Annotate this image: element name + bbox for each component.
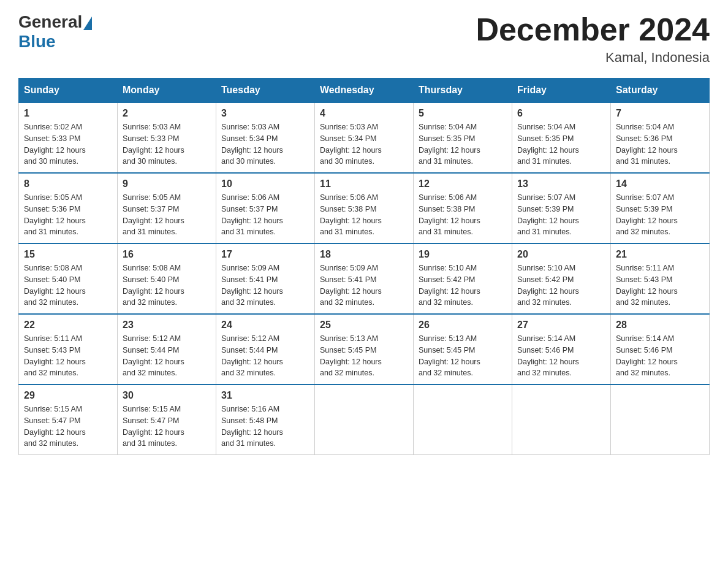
calendar-cell: 11 Sunrise: 5:06 AMSunset: 5:38 PMDaylig… — [315, 173, 414, 243]
day-number: 9 — [123, 178, 211, 190]
day-number: 24 — [221, 320, 309, 331]
day-number: 14 — [616, 178, 704, 190]
day-info: Sunrise: 5:03 AMSunset: 5:34 PMDaylight:… — [221, 121, 309, 167]
day-number: 27 — [517, 320, 605, 331]
day-info: Sunrise: 5:06 AMSunset: 5:38 PMDaylight:… — [419, 192, 507, 238]
day-info: Sunrise: 5:14 AMSunset: 5:46 PMDaylight:… — [616, 333, 704, 379]
calendar-cell — [414, 385, 512, 455]
day-number: 15 — [24, 249, 112, 260]
day-number: 3 — [221, 108, 309, 119]
day-info: Sunrise: 5:04 AMSunset: 5:36 PMDaylight:… — [616, 121, 704, 167]
day-number: 7 — [616, 108, 704, 119]
day-info: Sunrise: 5:06 AMSunset: 5:37 PMDaylight:… — [221, 192, 309, 238]
calendar-row: 8 Sunrise: 5:05 AMSunset: 5:36 PMDayligh… — [19, 173, 710, 243]
calendar-row: 1 Sunrise: 5:02 AMSunset: 5:33 PMDayligh… — [19, 102, 710, 173]
calendar-row: 22 Sunrise: 5:11 AMSunset: 5:43 PMDaylig… — [19, 314, 710, 385]
day-info: Sunrise: 5:02 AMSunset: 5:33 PMDaylight:… — [24, 121, 112, 167]
calendar-cell: 17 Sunrise: 5:09 AMSunset: 5:41 PMDaylig… — [216, 243, 315, 314]
title-section: December 2024 Kamal, Indonesia — [476, 12, 710, 66]
day-number: 10 — [221, 178, 309, 190]
calendar-cell: 1 Sunrise: 5:02 AMSunset: 5:33 PMDayligh… — [19, 102, 118, 173]
calendar-row: 29 Sunrise: 5:15 AMSunset: 5:47 PMDaylig… — [19, 385, 710, 455]
day-number: 8 — [24, 178, 112, 190]
day-info: Sunrise: 5:15 AMSunset: 5:47 PMDaylight:… — [24, 404, 112, 450]
calendar-cell: 5 Sunrise: 5:04 AMSunset: 5:35 PMDayligh… — [414, 102, 512, 173]
logo-blue-text: Blue — [18, 32, 56, 52]
calendar-cell — [611, 385, 710, 455]
calendar-cell: 29 Sunrise: 5:15 AMSunset: 5:47 PMDaylig… — [19, 385, 118, 455]
day-number: 26 — [419, 320, 507, 331]
calendar-cell: 9 Sunrise: 5:05 AMSunset: 5:37 PMDayligh… — [118, 173, 216, 243]
day-number: 18 — [320, 249, 408, 260]
calendar-cell: 7 Sunrise: 5:04 AMSunset: 5:36 PMDayligh… — [611, 102, 710, 173]
day-info: Sunrise: 5:09 AMSunset: 5:41 PMDaylight:… — [320, 262, 408, 308]
calendar-cell — [315, 385, 414, 455]
calendar-cell: 2 Sunrise: 5:03 AMSunset: 5:33 PMDayligh… — [118, 102, 216, 173]
day-number: 16 — [123, 249, 211, 260]
day-info: Sunrise: 5:09 AMSunset: 5:41 PMDaylight:… — [221, 262, 309, 308]
day-number: 19 — [419, 249, 507, 260]
calendar-title: December 2024 — [476, 12, 710, 47]
day-number: 30 — [123, 390, 211, 401]
day-number: 13 — [517, 178, 605, 190]
day-number: 4 — [320, 108, 408, 119]
calendar-cell: 8 Sunrise: 5:05 AMSunset: 5:36 PMDayligh… — [19, 173, 118, 243]
day-info: Sunrise: 5:05 AMSunset: 5:36 PMDaylight:… — [24, 192, 112, 238]
calendar-cell: 13 Sunrise: 5:07 AMSunset: 5:39 PMDaylig… — [512, 173, 611, 243]
day-number: 5 — [419, 108, 507, 119]
logo: General Blue — [18, 12, 92, 52]
calendar-cell: 15 Sunrise: 5:08 AMSunset: 5:40 PMDaylig… — [19, 243, 118, 314]
day-number: 31 — [221, 390, 309, 401]
header-wednesday: Wednesday — [315, 79, 414, 103]
calendar-cell: 16 Sunrise: 5:08 AMSunset: 5:40 PMDaylig… — [118, 243, 216, 314]
day-number: 23 — [123, 320, 211, 331]
calendar-cell: 14 Sunrise: 5:07 AMSunset: 5:39 PMDaylig… — [611, 173, 710, 243]
calendar-cell: 4 Sunrise: 5:03 AMSunset: 5:34 PMDayligh… — [315, 102, 414, 173]
day-info: Sunrise: 5:04 AMSunset: 5:35 PMDaylight:… — [419, 121, 507, 167]
day-number: 20 — [517, 249, 605, 260]
day-info: Sunrise: 5:04 AMSunset: 5:35 PMDaylight:… — [517, 121, 605, 167]
header-friday: Friday — [512, 79, 611, 103]
day-info: Sunrise: 5:10 AMSunset: 5:42 PMDaylight:… — [517, 262, 605, 308]
day-info: Sunrise: 5:12 AMSunset: 5:44 PMDaylight:… — [221, 333, 309, 379]
header-tuesday: Tuesday — [216, 79, 315, 103]
calendar-cell: 30 Sunrise: 5:15 AMSunset: 5:47 PMDaylig… — [118, 385, 216, 455]
calendar-cell: 25 Sunrise: 5:13 AMSunset: 5:45 PMDaylig… — [315, 314, 414, 385]
day-info: Sunrise: 5:12 AMSunset: 5:44 PMDaylight:… — [123, 333, 211, 379]
calendar-cell: 31 Sunrise: 5:16 AMSunset: 5:48 PMDaylig… — [216, 385, 315, 455]
day-info: Sunrise: 5:13 AMSunset: 5:45 PMDaylight:… — [320, 333, 408, 379]
day-info: Sunrise: 5:16 AMSunset: 5:48 PMDaylight:… — [221, 404, 309, 450]
calendar-header: Sunday Monday Tuesday Wednesday Thursday… — [19, 79, 710, 103]
day-number: 6 — [517, 108, 605, 119]
day-info: Sunrise: 5:11 AMSunset: 5:43 PMDaylight:… — [616, 262, 704, 308]
day-info: Sunrise: 5:13 AMSunset: 5:45 PMDaylight:… — [419, 333, 507, 379]
calendar-cell: 23 Sunrise: 5:12 AMSunset: 5:44 PMDaylig… — [118, 314, 216, 385]
calendar-body: 1 Sunrise: 5:02 AMSunset: 5:33 PMDayligh… — [19, 102, 710, 455]
calendar-row: 15 Sunrise: 5:08 AMSunset: 5:40 PMDaylig… — [19, 243, 710, 314]
logo-general-text: General — [18, 12, 82, 32]
logo-triangle-icon — [83, 17, 92, 30]
calendar-cell: 24 Sunrise: 5:12 AMSunset: 5:44 PMDaylig… — [216, 314, 315, 385]
calendar-cell — [512, 385, 611, 455]
calendar-cell: 28 Sunrise: 5:14 AMSunset: 5:46 PMDaylig… — [611, 314, 710, 385]
day-number: 28 — [616, 320, 704, 331]
header-monday: Monday — [118, 79, 216, 103]
calendar-cell: 19 Sunrise: 5:10 AMSunset: 5:42 PMDaylig… — [414, 243, 512, 314]
calendar-cell: 18 Sunrise: 5:09 AMSunset: 5:41 PMDaylig… — [315, 243, 414, 314]
calendar-cell: 27 Sunrise: 5:14 AMSunset: 5:46 PMDaylig… — [512, 314, 611, 385]
day-number: 21 — [616, 249, 704, 260]
calendar-cell: 22 Sunrise: 5:11 AMSunset: 5:43 PMDaylig… — [19, 314, 118, 385]
day-number: 11 — [320, 178, 408, 190]
header-saturday: Saturday — [611, 79, 710, 103]
day-number: 2 — [123, 108, 211, 119]
header-row: Sunday Monday Tuesday Wednesday Thursday… — [19, 79, 710, 103]
day-info: Sunrise: 5:08 AMSunset: 5:40 PMDaylight:… — [123, 262, 211, 308]
day-info: Sunrise: 5:08 AMSunset: 5:40 PMDaylight:… — [24, 262, 112, 308]
day-number: 12 — [419, 178, 507, 190]
day-number: 1 — [24, 108, 112, 119]
day-info: Sunrise: 5:07 AMSunset: 5:39 PMDaylight:… — [517, 192, 605, 238]
calendar-table: Sunday Monday Tuesday Wednesday Thursday… — [18, 78, 710, 455]
day-number: 25 — [320, 320, 408, 331]
calendar-cell: 6 Sunrise: 5:04 AMSunset: 5:35 PMDayligh… — [512, 102, 611, 173]
calendar-cell: 12 Sunrise: 5:06 AMSunset: 5:38 PMDaylig… — [414, 173, 512, 243]
